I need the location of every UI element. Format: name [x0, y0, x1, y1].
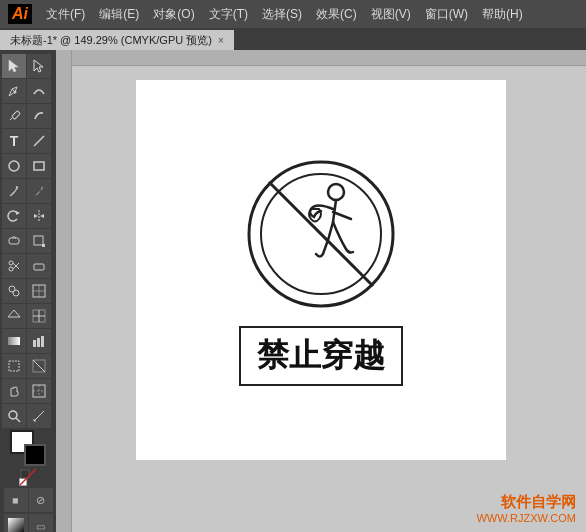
- tool-shape-builder[interactable]: [2, 279, 26, 303]
- svg-line-41: [34, 411, 44, 421]
- tool-gradient[interactable]: [2, 329, 26, 353]
- svg-line-5: [34, 136, 44, 146]
- toolbar: T: [0, 50, 56, 532]
- tool-type[interactable]: T: [2, 129, 26, 153]
- tool-live-paint[interactable]: [27, 279, 51, 303]
- tool-row-gradient: [2, 329, 54, 353]
- color-mode-row: ◼ ⊘: [4, 488, 53, 512]
- menu-window[interactable]: 窗口(W): [419, 4, 474, 25]
- tool-line[interactable]: [27, 129, 51, 153]
- svg-rect-3: [12, 111, 20, 119]
- sign-text-box: 禁止穿越: [239, 326, 403, 386]
- tool-print-tiling[interactable]: [27, 379, 51, 403]
- tab-bar: 未标题-1* @ 149.29% (CMYK/GPU 预览) ×: [0, 28, 586, 50]
- tool-mesh[interactable]: [27, 304, 51, 328]
- watermark-brand: 软件自学网: [476, 493, 576, 512]
- tool-eraser[interactable]: [27, 254, 51, 278]
- tool-row-zoom: [2, 404, 54, 428]
- tab-close-button[interactable]: ×: [218, 35, 224, 46]
- gradient-none-row: ▭: [4, 514, 53, 532]
- stroke-swatch[interactable]: [24, 444, 46, 466]
- svg-line-52: [333, 212, 351, 219]
- ai-logo: Ai: [8, 4, 32, 24]
- svg-rect-14: [42, 244, 45, 247]
- svg-point-21: [13, 290, 19, 296]
- menu-view[interactable]: 视图(V): [365, 4, 417, 25]
- svg-rect-30: [33, 340, 36, 347]
- svg-point-39: [9, 411, 17, 419]
- color-button[interactable]: ◼: [4, 488, 28, 512]
- tool-rect[interactable]: [27, 154, 51, 178]
- tool-smooth[interactable]: [27, 104, 51, 128]
- tool-scissors[interactable]: [2, 254, 26, 278]
- svg-rect-47: [8, 518, 24, 532]
- artboard: 禁止穿越: [136, 80, 506, 460]
- prohibition-sign: [241, 154, 401, 314]
- svg-rect-33: [9, 361, 19, 371]
- tool-direct-select[interactable]: [27, 54, 51, 78]
- tool-hand[interactable]: [2, 379, 26, 403]
- fill-stroke-swatches[interactable]: [10, 430, 46, 466]
- svg-marker-11: [40, 214, 44, 218]
- tool-row-pen: [2, 79, 54, 103]
- main-layout: T: [0, 50, 586, 532]
- tool-row-rotate: [2, 204, 54, 228]
- svg-rect-29: [8, 337, 20, 345]
- canvas-area: 禁止穿越 软件自学网 WWW.RJZXW.COM: [56, 50, 586, 532]
- svg-point-15: [9, 261, 13, 265]
- tool-row-select: [2, 54, 54, 78]
- default-colors-icon[interactable]: [19, 468, 37, 486]
- svg-line-40: [16, 418, 20, 422]
- tool-blob-brush[interactable]: [27, 179, 51, 203]
- tool-row-scissors: [2, 254, 54, 278]
- svg-rect-32: [41, 336, 44, 347]
- menu-effect[interactable]: 效果(C): [310, 4, 363, 25]
- tool-row-artboard: [2, 354, 54, 378]
- tool-measure[interactable]: [27, 404, 51, 428]
- tool-row-perspective: [2, 304, 54, 328]
- gradient-swatch[interactable]: [4, 514, 28, 532]
- tool-artboard[interactable]: [2, 354, 26, 378]
- tab-label: 未标题-1* @ 149.29% (CMYK/GPU 预览): [10, 33, 212, 48]
- tool-select[interactable]: [2, 54, 26, 78]
- tool-slice[interactable]: [27, 354, 51, 378]
- tool-chart[interactable]: [27, 329, 51, 353]
- change-screen-mode[interactable]: ▭: [29, 514, 53, 532]
- tool-curvature[interactable]: [27, 79, 51, 103]
- tool-perspective-grid[interactable]: [2, 304, 26, 328]
- svg-line-4: [10, 118, 12, 120]
- tool-row-paint: [2, 179, 54, 203]
- tool-row-shape-builder: [2, 279, 54, 303]
- tool-rotate[interactable]: [2, 204, 26, 228]
- svg-point-2: [14, 91, 17, 94]
- watermark: 软件自学网 WWW.RJZXW.COM: [476, 493, 576, 524]
- svg-line-53: [269, 182, 373, 286]
- svg-marker-8: [16, 211, 20, 215]
- ruler-left: [56, 50, 72, 532]
- svg-point-16: [9, 267, 13, 271]
- tool-ellipse[interactable]: [2, 154, 26, 178]
- tool-reflect[interactable]: [27, 204, 51, 228]
- svg-marker-25: [8, 310, 20, 317]
- tool-warp[interactable]: [2, 229, 26, 253]
- tool-free-transform[interactable]: [27, 229, 51, 253]
- menu-bar: 文件(F) 编辑(E) 对象(O) 文字(T) 选择(S) 效果(C) 视图(V…: [40, 4, 578, 25]
- menu-edit[interactable]: 编辑(E): [93, 4, 145, 25]
- tool-paintbrush[interactable]: [2, 179, 26, 203]
- ruler-top: [56, 50, 586, 66]
- svg-rect-7: [34, 162, 44, 170]
- title-bar: Ai 文件(F) 编辑(E) 对象(O) 文字(T) 选择(S) 效果(C) 视…: [0, 0, 586, 28]
- active-tab[interactable]: 未标题-1* @ 149.29% (CMYK/GPU 预览) ×: [0, 30, 234, 50]
- tool-row-hand: [2, 379, 54, 403]
- menu-help[interactable]: 帮助(H): [476, 4, 529, 25]
- menu-object[interactable]: 对象(O): [147, 4, 200, 25]
- sign-container: 禁止穿越: [239, 154, 403, 386]
- tool-pen[interactable]: [2, 79, 26, 103]
- menu-select[interactable]: 选择(S): [256, 4, 308, 25]
- svg-point-6: [9, 161, 19, 171]
- tool-zoom[interactable]: [2, 404, 26, 428]
- none-button[interactable]: ⊘: [29, 488, 53, 512]
- menu-file[interactable]: 文件(F): [40, 4, 91, 25]
- tool-pencil[interactable]: [2, 104, 26, 128]
- menu-text[interactable]: 文字(T): [203, 4, 254, 25]
